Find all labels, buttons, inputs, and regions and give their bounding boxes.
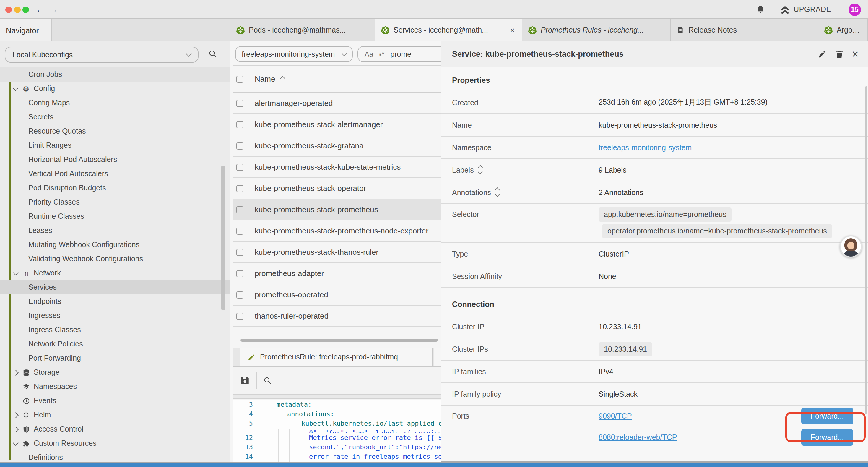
sidebar-item-priority-classes[interactable]: Priority Classes xyxy=(0,195,230,209)
forward-button[interactable]: Forward... xyxy=(801,408,853,425)
drawer-scrollbar[interactable] xyxy=(865,86,867,414)
sidebar-item-config[interactable]: ⚙Config xyxy=(0,82,230,96)
row-checkbox[interactable] xyxy=(236,227,243,234)
sidebar-item-secrets[interactable]: Secrets xyxy=(0,110,230,124)
table-row-prometheus-adapter[interactable]: prometheus-adapter xyxy=(233,263,441,284)
sidebar-item-limit-ranges[interactable]: Limit Ranges xyxy=(0,138,230,152)
tab-prometheusrule-2[interactable] xyxy=(434,348,441,366)
table-row-kube-prometheus-stack-prometheus[interactable]: kube-prometheus-stack-prometheus xyxy=(233,199,441,221)
table-row-kube-prometheus-stack-prometheus-node-exporter[interactable]: kube-prometheus-stack-prometheus-node-ex… xyxy=(233,221,441,242)
tab-release-notes[interactable]: Release Notes xyxy=(671,19,818,41)
row-checkbox[interactable] xyxy=(236,185,243,192)
tab-argo-se[interactable]: Argo Se xyxy=(818,19,868,41)
sidebar-item-events[interactable]: Events xyxy=(0,394,230,408)
editor-search-icon[interactable] xyxy=(263,376,272,385)
chevron-right-icon[interactable] xyxy=(12,426,18,432)
sidebar-item-network[interactable]: ↑↓Network xyxy=(0,266,230,280)
sidebar-item-port-forwarding[interactable]: Port Forwarding xyxy=(0,351,230,365)
yaml-editor[interactable]: 3metadata:4annotations:5kubectl.kubernet… xyxy=(233,400,441,462)
sidebar-item-cron-jobs[interactable]: Cron Jobs xyxy=(0,67,230,82)
sidebar-item-namespaces[interactable]: Namespaces xyxy=(0,380,230,394)
match-case-toggle[interactable]: Aa xyxy=(365,50,373,58)
chevron-right-icon[interactable] xyxy=(12,370,18,375)
forward-button[interactable]: Forward... xyxy=(801,429,853,446)
tab-prometheusrule[interactable]: PrometheusRule: freeleaps-prod-rabbitmq xyxy=(240,348,433,366)
notifications-bell-icon[interactable] xyxy=(756,5,765,14)
sidebar-item-leases[interactable]: Leases xyxy=(0,224,230,238)
close-tab-icon[interactable]: × xyxy=(509,25,516,35)
sidebar-search-icon[interactable] xyxy=(208,49,217,59)
name-column-header[interactable]: Name xyxy=(255,75,275,83)
table-search-input[interactable]: Aa ▪* prome xyxy=(358,46,441,62)
sidebar-item-custom-resources[interactable]: Custom Resources xyxy=(0,436,230,450)
sidebar-item-services[interactable]: Services xyxy=(0,280,230,294)
chevron-down-icon[interactable] xyxy=(12,269,18,275)
row-checkbox[interactable] xyxy=(236,164,243,171)
regex-toggle[interactable]: ▪* xyxy=(379,50,384,58)
chevron-right-icon[interactable] xyxy=(12,412,18,418)
sidebar-scrollbar[interactable] xyxy=(221,166,225,310)
sidebar-item-ingress-classes[interactable]: Ingress Classes xyxy=(0,323,230,337)
table-row-prometheus-operated[interactable]: prometheus-operated xyxy=(233,284,441,305)
row-checkbox[interactable] xyxy=(236,249,243,256)
table-row-alertmanager-operated[interactable]: alertmanager-operated xyxy=(233,93,441,114)
row-checkbox[interactable] xyxy=(236,270,243,277)
namespace-select[interactable]: freeleaps-monitoring-system xyxy=(235,46,353,62)
horizontal-scrollbar[interactable] xyxy=(241,339,438,342)
table-row-kube-prometheus-stack-thanos-ruler[interactable]: kube-prometheus-stack-thanos-ruler xyxy=(233,242,441,263)
row-checkbox[interactable] xyxy=(236,291,243,298)
row-checkbox[interactable] xyxy=(236,99,243,107)
table-row-thanos-ruler-operated[interactable]: thanos-ruler-operated xyxy=(233,305,441,327)
sidebar-item-endpoints[interactable]: Endpoints xyxy=(0,294,230,309)
sidebar-item-horizontal-pod-autoscalers[interactable]: Horizontal Pod Autoscalers xyxy=(0,152,230,167)
close-window-button[interactable] xyxy=(5,6,12,13)
tab-pods-icecheng-mathmas[interactable]: Pods - icecheng@mathmas... xyxy=(230,19,375,41)
tab-navigator[interactable]: Navigator xyxy=(0,19,52,41)
avatar[interactable] xyxy=(840,235,862,258)
sidebar-item-runtime-classes[interactable]: Runtime Classes xyxy=(0,209,230,224)
sidebar-item-ingresses[interactable]: Ingresses xyxy=(0,309,230,323)
editor-scroll-strip[interactable] xyxy=(233,394,441,399)
forward-button[interactable]: → xyxy=(49,0,58,19)
namespace-link[interactable]: freeleaps-monitoring-system xyxy=(598,143,692,152)
table-row-kube-prometheus-stack-operator[interactable]: kube-prometheus-stack-operator xyxy=(233,178,441,199)
zoom-window-button[interactable] xyxy=(23,6,29,13)
close-icon[interactable]: × xyxy=(852,49,859,60)
sidebar-item-resource-quotas[interactable]: Resource Quotas xyxy=(0,124,230,138)
row-checkbox[interactable] xyxy=(236,313,243,320)
row-checkbox[interactable] xyxy=(236,206,243,213)
delete-trash-icon[interactable] xyxy=(835,50,844,59)
sidebar-item-vertical-pod-autoscalers[interactable]: Vertical Pod Autoscalers xyxy=(0,167,230,181)
tab-prometheus-rules-icecheng[interactable]: Prometheus Rules - icecheng... xyxy=(522,19,671,41)
row-checkbox[interactable] xyxy=(236,121,243,128)
table-row-kube-prometheus-stack-kube-state-metrics[interactable]: kube-prometheus-stack-kube-state-metrics xyxy=(233,157,441,178)
sidebar-item-pod-disruption-budgets[interactable]: Pod Disruption Budgets xyxy=(0,181,230,195)
sidebar-item-config-maps[interactable]: Config Maps xyxy=(0,96,230,110)
chevron-down-icon[interactable] xyxy=(12,85,18,91)
edit-pencil-icon[interactable] xyxy=(818,50,827,59)
sidebar-item-storage[interactable]: Storage xyxy=(0,365,230,380)
minimize-window-button[interactable] xyxy=(14,6,20,13)
save-icon[interactable] xyxy=(240,375,250,385)
sidebar-item-helm[interactable]: Helm xyxy=(0,408,230,422)
sort-ascending-icon[interactable] xyxy=(279,76,285,82)
sidebar-item-definitions[interactable]: Definitions xyxy=(0,450,230,462)
sidebar-item-network-policies[interactable]: Network Policies xyxy=(0,337,230,351)
select-all-checkbox[interactable] xyxy=(236,76,243,83)
upgrade-button[interactable]: UPGRADE xyxy=(780,0,831,19)
table-row-kube-prometheus-stack-alertmanager[interactable]: kube-prometheus-stack-alertmanager xyxy=(233,114,441,135)
table-row-kube-prometheus-stack-grafana[interactable]: kube-prometheus-stack-grafana xyxy=(233,135,441,157)
kubeconfig-select[interactable]: Local Kubeconfigs xyxy=(5,47,198,63)
sidebar-item-mutating-webhook-configurations[interactable]: Mutating Webhook Configurations xyxy=(0,238,230,252)
sidebar-item-access-control[interactable]: Access Control xyxy=(0,422,230,436)
chevron-down-icon[interactable] xyxy=(12,439,18,445)
expand-collapse-icon[interactable] xyxy=(496,188,499,196)
expand-collapse-icon[interactable] xyxy=(478,166,482,174)
port-link[interactable]: 9090/TCP xyxy=(598,412,632,420)
sidebar-item-validating-webhook-configurations[interactable]: Validating Webhook Configurations xyxy=(0,252,230,266)
tab-services-icecheng-math[interactable]: Services - icecheng@math...× xyxy=(375,19,522,41)
back-button[interactable]: ← xyxy=(35,0,45,19)
port-link[interactable]: 8080:reloader-web/TCP xyxy=(598,433,677,442)
notification-count-badge[interactable]: 15 xyxy=(848,3,861,16)
row-checkbox[interactable] xyxy=(236,142,243,149)
